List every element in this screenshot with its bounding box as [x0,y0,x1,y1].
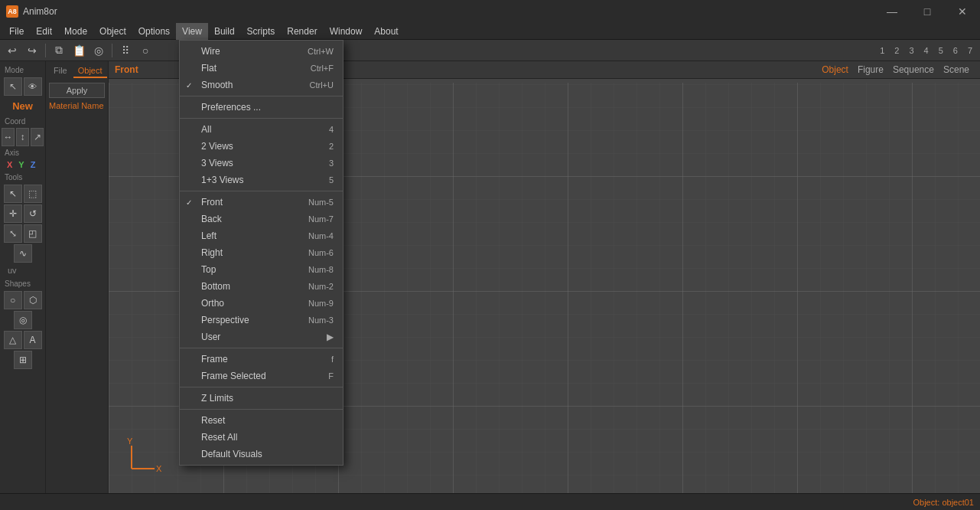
menu-smooth[interactable]: ✓ Smooth Ctrl+U [180,77,343,93]
menu-wire[interactable]: Wire Ctrl+W [180,43,343,60]
menu-frame-selected-shortcut: F [328,371,334,381]
menu-wire-label: Wire [201,46,220,57]
menu-frame[interactable]: Frame f [180,351,343,368]
menu-right-label: Right [201,247,223,258]
menu-preferences[interactable]: Preferences ... [180,99,343,116]
menu-frame-selected-label: Frame Selected [201,371,266,381]
menu-perspective-shortcut: Num-3 [308,315,334,325]
menu-default-visuals-label: Default Visuals [201,449,262,459]
menu-right[interactable]: Right Num-6 [180,244,343,261]
menu-reset[interactable]: Reset [180,412,343,429]
menu-default-visuals[interactable]: Default Visuals [180,446,343,463]
menu-3views[interactable]: 3 Views 3 [180,155,343,172]
menu-back[interactable]: Back Num-7 [180,211,343,227]
menu-2views-shortcut: 2 [329,142,334,151]
menu-flat-label: Flat [201,63,217,74]
menu-ortho-shortcut: Num-9 [308,299,334,308]
menu-1plus3views-label: 1+3 Views [201,175,243,185]
menu-top-label: Top [201,264,216,275]
menu-bottom-shortcut: Num-2 [308,282,334,291]
menu-reset-label: Reset [201,415,225,426]
menu-frame-selected[interactable]: Frame Selected F [180,368,343,384]
menu-2views-label: 2 Views [201,141,233,152]
menu-flat-shortcut: Ctrl+F [311,64,334,73]
menu-zlimits-label: Z Limits [201,393,233,404]
menu-ortho-label: Ortho [201,298,224,309]
menu-smooth-shortcut: Ctrl+U [310,80,334,90]
user-arrow-icon: ▶ [327,332,334,342]
menu-bottom-label: Bottom [201,281,230,292]
menu-all-label: All [201,124,211,135]
menu-top-shortcut: Num-8 [308,265,334,274]
menu-zlimits[interactable]: Z Limits [180,390,343,407]
menu-front-shortcut: Num-5 [308,198,334,207]
sep-4 [180,348,343,348]
menu-preferences-label: Preferences ... [201,102,261,113]
menu-back-label: Back [201,214,222,224]
menu-reset-all-label: Reset All [201,432,237,443]
menu-1plus3views-shortcut: 5 [329,175,334,185]
front-check-icon: ✓ [186,198,192,207]
menu-back-shortcut: Num-7 [308,214,334,224]
sep-2 [180,118,343,119]
menu-frame-label: Frame [201,354,228,365]
menu-frame-shortcut: f [331,355,334,364]
menu-user[interactable]: User ▶ [180,329,343,345]
menu-3views-shortcut: 3 [329,159,334,168]
dropdown-overlay[interactable]: Wire Ctrl+W Flat Ctrl+F ✓ Smooth Ctrl+U … [0,0,980,510]
menu-bottom[interactable]: Bottom Num-2 [180,278,343,295]
view-dropdown-menu: Wire Ctrl+W Flat Ctrl+F ✓ Smooth Ctrl+U … [179,40,343,466]
menu-front[interactable]: ✓ Front Num-5 [180,194,343,211]
sep-6 [180,409,343,410]
menu-user-label: User [201,332,220,342]
menu-all[interactable]: All 4 [180,121,343,138]
menu-smooth-label: Smooth [201,80,233,90]
menu-top[interactable]: Top Num-8 [180,261,343,278]
menu-reset-all[interactable]: Reset All [180,429,343,446]
menu-perspective-label: Perspective [201,315,249,325]
menu-left[interactable]: Left Num-4 [180,227,343,244]
menu-2views[interactable]: 2 Views 2 [180,138,343,155]
sep-1 [180,96,343,96]
menu-3views-label: 3 Views [201,158,233,168]
menu-1plus3views[interactable]: 1+3 Views 5 [180,172,343,188]
menu-front-label: Front [201,197,223,208]
menu-right-shortcut: Num-6 [308,248,334,257]
menu-perspective[interactable]: Perspective Num-3 [180,312,343,329]
menu-flat[interactable]: Flat Ctrl+F [180,60,343,77]
sep-5 [180,387,343,387]
smooth-check-icon: ✓ [186,81,192,90]
menu-wire-shortcut: Ctrl+W [308,47,334,56]
menu-ortho[interactable]: Ortho Num-9 [180,295,343,312]
sep-3 [180,191,343,191]
menu-left-label: Left [201,230,217,241]
menu-left-shortcut: Num-4 [308,231,334,240]
menu-all-shortcut: 4 [329,125,334,134]
